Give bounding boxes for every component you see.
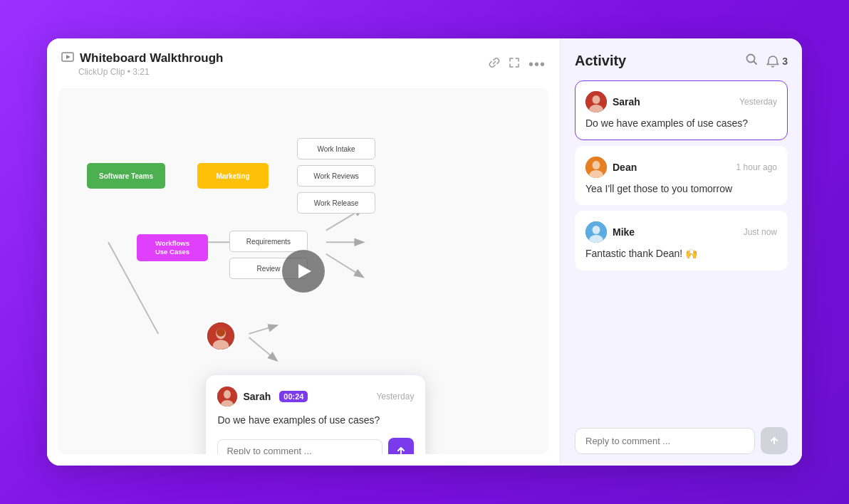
expand-icon[interactable] (509, 57, 520, 71)
video-title-row: Whiteboard Walkthrough (61, 51, 223, 65)
svg-point-19 (593, 95, 600, 104)
video-actions: ••• (489, 56, 546, 73)
svg-line-8 (249, 337, 276, 360)
activity-item-header: Sarah Yesterday (585, 91, 777, 112)
svg-line-7 (249, 325, 276, 333)
popup-send-button[interactable] (388, 438, 414, 454)
activity-item-sarah: Sarah Yesterday Do we have examples of u… (575, 80, 788, 140)
activity-name-dean: Dean (613, 162, 637, 173)
activity-avatar-dean (585, 157, 607, 178)
clip-icon (61, 52, 74, 65)
activity-text-dean: Yea I'll get those to you tomorrow (585, 182, 777, 196)
activity-header: Activity 3 (575, 53, 788, 69)
wb-work-release: Work Release (297, 192, 375, 214)
wb-work-intake: Work Intake (297, 138, 375, 159)
svg-line-17 (754, 62, 757, 65)
activity-user-dean: Dean (585, 157, 637, 178)
activity-time-dean: 1 hour ago (736, 162, 777, 172)
svg-point-12 (217, 328, 225, 337)
svg-marker-1 (66, 55, 71, 59)
popup-reply-input[interactable] (217, 439, 382, 455)
popup-comment-text: Do we have examples of use cases? (217, 414, 414, 428)
video-title: Whiteboard Walkthrough (80, 51, 223, 65)
activity-time-mike: Just now (744, 227, 777, 237)
popup-timestamp: 00:24 (279, 391, 308, 402)
bottom-reply-input[interactable] (575, 428, 755, 454)
video-subtitle: ClickUp Clip • 3:21 (78, 67, 223, 77)
popup-user: Sarah 00:24 (217, 387, 308, 406)
activity-text-sarah: Do we have examples of use cases? (585, 117, 777, 131)
activity-item-header-mike: Mike Just now (585, 221, 777, 243)
activity-item-header-dean: Dean 1 hour ago (585, 157, 777, 178)
activity-user: Sarah (585, 91, 640, 112)
activity-icons: 3 (745, 53, 788, 69)
video-area: Software Teams Marketing Work Intake Wor… (58, 88, 548, 454)
bottom-send-button[interactable] (761, 427, 788, 454)
activity-name-sarah: Sarah (613, 96, 640, 107)
activity-user-mike: Mike (585, 221, 635, 243)
popup-time: Yesterday (376, 392, 414, 401)
popup-avatar (217, 387, 237, 406)
activity-title: Activity (575, 53, 626, 69)
popup-header: Sarah 00:24 Yesterday (217, 387, 414, 406)
wb-requirements: Requirements (229, 231, 308, 252)
wb-workflows: WorkflowsUse Cases (137, 234, 208, 261)
svg-point-22 (593, 161, 600, 169)
video-avatar-sarah (205, 320, 236, 352)
svg-point-16 (747, 55, 755, 63)
svg-point-14 (224, 390, 231, 399)
svg-point-11 (213, 340, 229, 352)
play-button[interactable] (282, 250, 325, 293)
main-card: Whiteboard Walkthrough ClickUp Clip • 3:… (47, 38, 802, 466)
wb-work-reviews: Work Reviews (297, 165, 375, 187)
activity-time-sarah: Yesterday (739, 97, 777, 107)
activity-list: Sarah Yesterday Do we have examples of u… (575, 80, 788, 417)
wb-marketing: Marketing (197, 163, 269, 189)
bottom-reply (575, 427, 788, 454)
right-panel: Activity 3 (560, 38, 802, 466)
more-icon[interactable]: ••• (528, 56, 546, 73)
wb-software-teams: Software Teams (87, 163, 165, 189)
popup-username: Sarah (243, 391, 271, 402)
activity-avatar-sarah (585, 91, 607, 112)
svg-point-25 (593, 226, 600, 234)
popup-reply-row (217, 438, 414, 454)
activity-item-mike: Mike Just now Fantastic thank Dean! 🙌 (575, 211, 788, 271)
video-header: Whiteboard Walkthrough ClickUp Clip • 3:… (47, 38, 560, 81)
comment-popup: Sarah 00:24 Yesterday Do we have example… (205, 374, 426, 454)
notification-badge[interactable]: 3 (766, 55, 788, 68)
activity-name-mike: Mike (613, 226, 635, 238)
notif-count: 3 (782, 56, 788, 67)
activity-item-dean: Dean 1 hour ago Yea I'll get those to yo… (575, 146, 788, 206)
video-title-area: Whiteboard Walkthrough ClickUp Clip • 3:… (61, 51, 223, 77)
svg-line-5 (326, 254, 363, 277)
search-button[interactable] (745, 53, 758, 69)
whiteboard: Software Teams Marketing Work Intake Wor… (58, 88, 548, 454)
left-panel: Whiteboard Walkthrough ClickUp Clip • 3:… (47, 38, 560, 466)
activity-text-mike: Fantastic thank Dean! 🙌 (585, 247, 777, 261)
activity-avatar-mike (585, 221, 607, 243)
link-icon[interactable] (489, 57, 500, 71)
